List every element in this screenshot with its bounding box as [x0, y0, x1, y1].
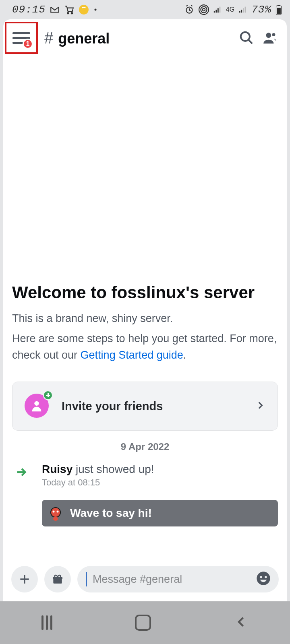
welcome-line1: This is a brand new, shiny server. [12, 310, 278, 327]
alarm-icon [184, 4, 195, 15]
invite-friends-card[interactable]: Invite your friends [12, 382, 278, 431]
dot-icon [93, 7, 98, 12]
welcome-title: Welcome to fosslinux's server [12, 283, 278, 303]
welcome-line2-suffix: . [183, 349, 186, 361]
menu-badge: 1 [23, 39, 33, 49]
divider-date: 9 Apr 2022 [121, 441, 170, 452]
welcome-line2: Here are some steps to help you get star… [12, 330, 278, 363]
emoji-button[interactable] [255, 570, 271, 588]
menu-highlight: 1 [5, 22, 38, 54]
svg-rect-17 [277, 8, 281, 14]
plus-badge-icon [43, 390, 53, 400]
svg-point-27 [53, 517, 58, 521]
svg-point-3 [95, 9, 97, 11]
welcome-block: Welcome to fosslinux's server This is a … [12, 283, 278, 373]
svg-point-26 [57, 511, 59, 513]
svg-point-19 [241, 32, 250, 41]
svg-point-31 [260, 576, 262, 578]
svg-point-30 [257, 572, 270, 585]
status-clock: 09:15 [12, 4, 46, 16]
svg-rect-15 [245, 7, 246, 13]
hash-icon: # [44, 29, 53, 47]
svg-rect-10 [218, 8, 219, 12]
svg-point-24 [51, 508, 60, 517]
nav-back-button[interactable] [234, 615, 249, 631]
invite-label: Invite your friends [62, 400, 243, 413]
system-message: Ruisy just showed up! Today at 08:15 [12, 463, 278, 488]
channel-name: general [58, 30, 110, 47]
system-message-suffix: just showed up! [72, 463, 154, 475]
svg-point-6 [201, 6, 207, 12]
signal2-icon [238, 5, 247, 14]
getting-started-link[interactable]: Getting Started guide [81, 349, 183, 361]
gift-button[interactable] [44, 566, 71, 592]
system-message-user[interactable]: Ruisy [42, 463, 72, 475]
battery-icon [276, 4, 282, 15]
svg-rect-13 [241, 10, 242, 12]
members-button[interactable] [260, 28, 280, 47]
wave-button[interactable]: Wave to say hi! [42, 500, 278, 526]
system-message-time: Today at 08:15 [42, 477, 154, 488]
svg-point-21 [272, 33, 276, 36]
cart-icon [64, 4, 75, 15]
add-attachment-button[interactable] [11, 566, 38, 592]
svg-point-2 [79, 5, 89, 14]
svg-point-32 [265, 576, 267, 578]
system-message-text: Ruisy just showed up! [42, 463, 154, 476]
hotspot-icon [199, 4, 209, 15]
channel-content: Welcome to fosslinux's server This is a … [3, 56, 287, 563]
invite-icon [25, 394, 50, 419]
gmail-icon [50, 4, 60, 15]
svg-rect-18 [278, 5, 280, 6]
battery-percent: 73% [251, 4, 271, 16]
svg-rect-12 [239, 11, 240, 13]
svg-point-25 [53, 511, 55, 513]
svg-point-20 [266, 33, 271, 38]
svg-point-1 [71, 12, 72, 14]
svg-rect-11 [219, 7, 220, 13]
search-button[interactable] [237, 28, 256, 47]
svg-rect-8 [214, 11, 215, 13]
discord-app: 1 # general Welcome to fosslinux's serve… [3, 19, 287, 601]
svg-point-0 [67, 12, 68, 14]
svg-point-22 [34, 401, 39, 406]
wave-label: Wave to say hi! [70, 507, 152, 520]
android-status-bar: 09:15 4G 73% [0, 0, 290, 19]
signal-icon [213, 5, 222, 14]
svg-point-5 [203, 8, 205, 11]
nav-home-button[interactable] [135, 615, 151, 631]
svg-rect-9 [215, 10, 217, 12]
network-label: 4G [226, 6, 234, 13]
chat-icon [79, 4, 89, 15]
svg-rect-28 [53, 579, 62, 584]
nav-recents-button[interactable] [41, 615, 52, 630]
channel-title[interactable]: # general [44, 29, 110, 47]
message-input[interactable]: Message #general [77, 566, 279, 592]
channel-header: 1 # general [3, 19, 287, 56]
svg-rect-29 [53, 577, 62, 579]
message-composer: Message #general [3, 563, 287, 601]
message-placeholder: Message #general [93, 573, 250, 586]
text-caret [86, 572, 87, 586]
android-navbar [0, 601, 290, 644]
svg-rect-14 [243, 8, 244, 12]
join-arrow-icon [12, 463, 31, 488]
wave-emoji-icon [48, 505, 64, 521]
chevron-right-icon [255, 400, 265, 412]
date-divider: 9 Apr 2022 [12, 441, 278, 452]
